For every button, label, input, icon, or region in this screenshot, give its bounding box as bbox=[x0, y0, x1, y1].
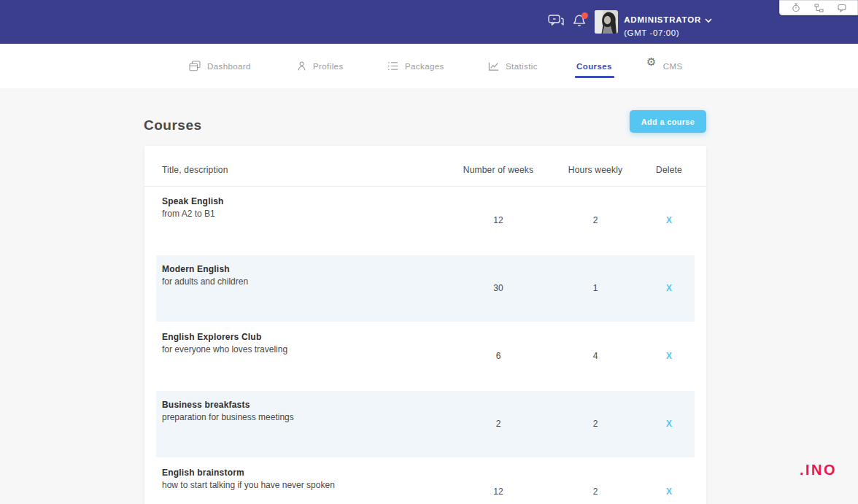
course-weeks: 30 bbox=[493, 283, 503, 293]
delete-course-button[interactable]: X bbox=[666, 351, 672, 361]
tab-cms[interactable]: ⚙ CMS bbox=[646, 44, 683, 88]
course-title: English Explorers Club bbox=[162, 332, 287, 342]
hierarchy-icon[interactable] bbox=[814, 4, 824, 12]
col-header-hours: Hours weekly bbox=[568, 165, 622, 175]
course-title-cell: Speak English from A2 to B1 bbox=[162, 196, 224, 219]
add-course-button[interactable]: Add a course bbox=[630, 110, 706, 133]
col-header-title: Title, description bbox=[162, 165, 228, 175]
table-row: Business breakfasts preparation for busi… bbox=[144, 390, 706, 458]
browser-extension-overlay bbox=[779, 0, 858, 15]
tab-statistic[interactable]: Statistic bbox=[488, 44, 538, 88]
course-hours: 4 bbox=[593, 351, 598, 361]
person-icon bbox=[297, 61, 306, 71]
course-description: how to start talking if you have never s… bbox=[162, 480, 335, 490]
notification-dot bbox=[581, 12, 588, 19]
course-title: Business breakfasts bbox=[162, 400, 294, 410]
course-weeks: 2 bbox=[496, 419, 501, 429]
timer-icon[interactable] bbox=[792, 3, 800, 12]
course-title: Modern English bbox=[162, 264, 248, 274]
course-weeks: 12 bbox=[493, 486, 503, 497]
course-description: from A2 to B1 bbox=[162, 209, 224, 219]
ino-logo: .INO bbox=[800, 462, 837, 478]
user-name: ADMINISTRATOR bbox=[624, 15, 701, 24]
tab-packages-label: Packages bbox=[405, 62, 444, 71]
avatar[interactable] bbox=[595, 10, 618, 34]
tab-dashboard-label: Dashboard bbox=[207, 62, 251, 71]
course-description: for adults and children bbox=[162, 276, 248, 287]
user-menu[interactable]: ADMINISTRATOR (GMT -07:00) bbox=[624, 7, 712, 37]
topbar: ADMINISTRATOR (GMT -07:00) bbox=[0, 0, 858, 44]
tab-courses-label: Courses bbox=[576, 62, 612, 71]
course-weeks: 12 bbox=[493, 215, 503, 225]
course-hours: 2 bbox=[593, 486, 598, 497]
course-title: Speak English bbox=[162, 196, 224, 206]
chart-icon bbox=[488, 61, 499, 71]
table-header-row: Title, description Number of weeks Hours… bbox=[144, 146, 706, 187]
main-content: Courses Add a course Title, description … bbox=[0, 88, 858, 504]
delete-course-button[interactable]: X bbox=[666, 215, 672, 225]
tab-profiles-label: Profiles bbox=[313, 62, 344, 71]
table-row: Speak English from A2 to B1 12 2 X bbox=[144, 187, 706, 255]
tab-cms-label: CMS bbox=[663, 62, 683, 71]
tab-courses[interactable]: Courses bbox=[576, 44, 612, 88]
chats-button[interactable] bbox=[548, 15, 564, 29]
delete-course-button[interactable]: X bbox=[666, 283, 672, 293]
course-weeks: 6 bbox=[496, 351, 501, 361]
course-title-cell: English Explorers Club for everyone who … bbox=[162, 332, 287, 354]
tab-profiles[interactable]: Profiles bbox=[297, 44, 344, 88]
delete-course-button[interactable]: X bbox=[666, 419, 672, 429]
active-tab-underline bbox=[575, 76, 614, 78]
course-title: English brainstorm bbox=[162, 468, 335, 478]
tab-dashboard[interactable]: Dashboard bbox=[189, 44, 251, 88]
list-icon bbox=[387, 61, 398, 71]
chats-icon bbox=[548, 15, 564, 29]
table-body: Speak English from A2 to B1 12 2 X Moder… bbox=[144, 187, 706, 504]
course-hours: 2 bbox=[593, 419, 598, 429]
topbar-user-cluster: ADMINISTRATOR (GMT -07:00) bbox=[548, 0, 712, 44]
courses-table-card: Title, description Number of weeks Hours… bbox=[144, 146, 706, 504]
course-title-cell: Modern English for adults and children bbox=[162, 264, 248, 287]
col-header-delete: Delete bbox=[656, 165, 682, 175]
main-nav: Dashboard Profiles Packages bbox=[0, 44, 858, 88]
table-row: English Explorers Club for everyone who … bbox=[144, 322, 706, 390]
gear-icon: ⚙ bbox=[646, 56, 657, 67]
course-description: for everyone who loves traveling bbox=[162, 344, 287, 354]
tab-packages[interactable]: Packages bbox=[387, 44, 444, 88]
course-title-cell: Business breakfasts preparation for busi… bbox=[162, 400, 294, 422]
user-timezone: (GMT -07:00) bbox=[624, 28, 712, 37]
col-header-weeks: Number of weeks bbox=[463, 165, 533, 175]
course-description: preparation for business meetings bbox=[162, 412, 294, 422]
table-row: English brainstorm how to start talking … bbox=[144, 458, 706, 504]
chevron-down-icon bbox=[705, 13, 712, 26]
notifications-wrap bbox=[573, 14, 586, 30]
tab-statistic-label: Statistic bbox=[506, 62, 538, 71]
course-hours: 1 bbox=[593, 283, 598, 293]
windows-icon bbox=[189, 61, 201, 71]
table-row: Modern English for adults and children 3… bbox=[144, 255, 706, 322]
course-title-cell: English brainstorm how to start talking … bbox=[162, 468, 335, 490]
chat-bubble-icon[interactable] bbox=[838, 4, 846, 12]
course-hours: 2 bbox=[593, 215, 598, 225]
delete-course-button[interactable]: X bbox=[666, 486, 672, 497]
page-title: Courses bbox=[144, 117, 202, 133]
